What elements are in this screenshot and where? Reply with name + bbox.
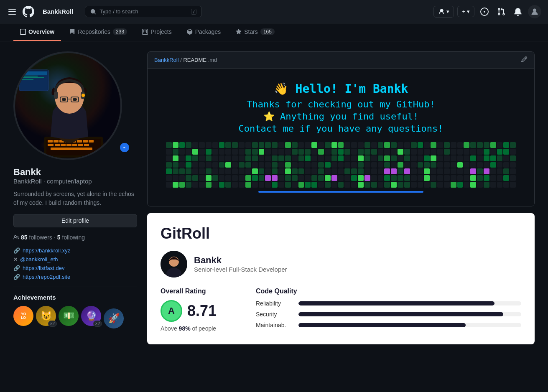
contrib-cell bbox=[311, 149, 317, 155]
achievement-badge-2[interactable]: 😺 ×2 bbox=[36, 306, 56, 326]
tab-projects[interactable]: Projects bbox=[135, 23, 178, 41]
contrib-cell bbox=[292, 142, 298, 148]
contrib-cell bbox=[325, 155, 331, 161]
achievement-badge-3[interactable]: 💵 bbox=[59, 306, 79, 326]
contrib-cell bbox=[378, 175, 384, 181]
achievement-badge-5[interactable]: 🚀 bbox=[104, 308, 124, 328]
person-icon bbox=[438, 8, 445, 15]
contrib-cell bbox=[344, 162, 350, 168]
contrib-cell bbox=[232, 155, 238, 161]
contrib-cell bbox=[285, 142, 291, 148]
contrib-cell bbox=[358, 142, 364, 148]
contrib-cell bbox=[292, 162, 298, 168]
profile-bio: Surrounded by screens, yet alone in the … bbox=[13, 190, 137, 207]
pullrequests-button[interactable] bbox=[494, 5, 508, 18]
profile-link-website[interactable]: 🔗 https://bankkroll.xyz bbox=[13, 247, 137, 254]
contrib-cell bbox=[212, 182, 218, 188]
tab-repositories[interactable]: Repositories 233 bbox=[63, 23, 134, 41]
gitroll-title: GitRoll bbox=[161, 225, 521, 242]
contrib-cell bbox=[431, 149, 436, 155]
svg-rect-27 bbox=[78, 144, 83, 146]
profile-link-repo2pdf[interactable]: 🔗 https://repo2pdf.site bbox=[13, 274, 137, 280]
contrib-cell bbox=[418, 142, 423, 148]
contrib-cell bbox=[252, 182, 258, 188]
contrib-cell bbox=[245, 149, 251, 155]
contrib-cell bbox=[331, 175, 337, 181]
contrib-cell bbox=[225, 149, 231, 155]
achievement-badge-4[interactable]: 🔮 ×2 bbox=[81, 306, 101, 326]
profile-link-listfast[interactable]: 🔗 https://listfast.dev bbox=[13, 265, 137, 271]
contrib-cell bbox=[444, 162, 450, 168]
profile-link-twitter[interactable]: ✕ @bankkroll_eth bbox=[13, 256, 137, 262]
contrib-cell bbox=[497, 182, 503, 188]
contrib-cell bbox=[490, 155, 496, 161]
contrib-cell bbox=[371, 149, 377, 155]
quality-row: Maintainab. bbox=[256, 322, 521, 328]
contrib-cell bbox=[232, 142, 238, 148]
contrib-cell bbox=[510, 175, 516, 181]
stars-icon bbox=[236, 29, 242, 35]
contrib-cell bbox=[232, 175, 238, 181]
contrib-cell bbox=[431, 168, 436, 174]
user-avatar-nav[interactable] bbox=[528, 5, 541, 18]
github-logo[interactable] bbox=[23, 6, 34, 18]
issues-button[interactable] bbox=[478, 5, 491, 18]
scrollbar[interactable] bbox=[258, 191, 423, 193]
contrib-cell bbox=[490, 175, 496, 181]
svg-rect-0 bbox=[8, 9, 16, 10]
contrib-cell bbox=[484, 155, 489, 161]
contrib-cell bbox=[451, 182, 456, 188]
contrib-cell bbox=[444, 149, 450, 155]
readme-line4: Contact me if you have any questions! bbox=[158, 123, 524, 134]
user-menu-button[interactable]: ▾ bbox=[433, 6, 454, 18]
edit-profile-button[interactable]: Edit profile bbox=[13, 214, 137, 227]
contrib-cell bbox=[464, 182, 469, 188]
contrib-cell bbox=[464, 149, 469, 155]
create-button[interactable]: + ▾ bbox=[457, 6, 474, 17]
achievement-yolo[interactable]: YOLO bbox=[13, 306, 33, 326]
contrib-cell bbox=[186, 142, 191, 148]
contrib-cell bbox=[510, 168, 516, 174]
contrib-cell bbox=[186, 182, 191, 188]
contrib-cell bbox=[199, 182, 205, 188]
contrib-cell bbox=[331, 142, 337, 148]
contrib-cell bbox=[245, 142, 251, 148]
contrib-cell bbox=[444, 142, 450, 148]
svg-rect-7 bbox=[21, 71, 47, 75]
quality-bar bbox=[298, 323, 466, 327]
rating-row: A 8.71 bbox=[161, 300, 236, 322]
contrib-cell bbox=[431, 142, 436, 148]
edit-readme-button[interactable] bbox=[521, 56, 528, 64]
contrib-cell bbox=[411, 142, 417, 148]
contrib-cell bbox=[484, 142, 489, 148]
contrib-cell bbox=[206, 155, 212, 161]
search-bar[interactable]: Type / to search / bbox=[85, 6, 202, 17]
contrib-cell bbox=[305, 149, 311, 155]
contrib-cell bbox=[398, 175, 403, 181]
contrib-cell bbox=[431, 162, 436, 168]
contrib-cell bbox=[431, 155, 436, 161]
contrib-cell bbox=[464, 162, 469, 168]
contrib-cell bbox=[166, 142, 172, 148]
contrib-cell bbox=[371, 168, 377, 174]
contrib-cell bbox=[398, 149, 403, 155]
contrib-cell bbox=[497, 168, 503, 174]
followers-link[interactable]: 85 bbox=[21, 234, 28, 241]
contrib-cell bbox=[239, 149, 245, 155]
tab-stars[interactable]: Stars 165 bbox=[229, 23, 281, 41]
notifications-button[interactable] bbox=[511, 5, 525, 18]
tab-overview[interactable]: Overview bbox=[13, 23, 61, 41]
contrib-cell bbox=[503, 149, 509, 155]
following-link[interactable]: 5 bbox=[57, 234, 61, 241]
contrib-cell bbox=[510, 149, 516, 155]
contrib-cell bbox=[351, 162, 357, 168]
status-indicator bbox=[119, 142, 130, 153]
svg-point-3 bbox=[533, 8, 536, 12]
breadcrumb-repo[interactable]: BankkRoll bbox=[154, 57, 179, 63]
svg-point-39 bbox=[82, 94, 85, 97]
tab-packages[interactable]: Packages bbox=[180, 23, 227, 41]
contrib-cell bbox=[411, 175, 417, 181]
contrib-cell bbox=[358, 182, 364, 188]
contrib-cell bbox=[457, 182, 463, 188]
hamburger-button[interactable] bbox=[7, 6, 18, 17]
